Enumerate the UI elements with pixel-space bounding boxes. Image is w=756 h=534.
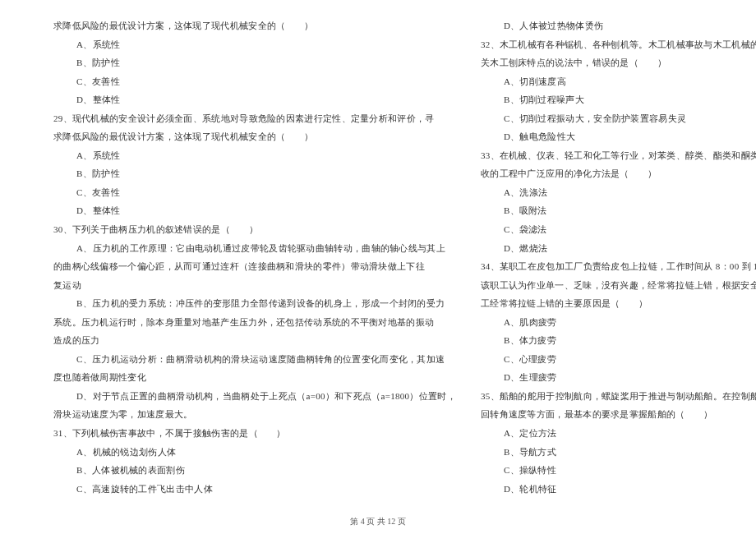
q31-option-c: C、高速旋转的工件飞出击中人体 [53,480,456,499]
q31-option-b: B、人体被机械的表面割伤 [53,461,456,480]
left-column: 求降低风险的最优设计方案，这体现了现代机械安全的（ ） A、系统性 B、防护性 … [53,16,477,501]
q33-stem-2: 收的工程中广泛应用的净化方法是（ ） [481,164,756,183]
q30-option-a-3: 复运动 [53,276,456,295]
q34-stem-3: 工经常将拉链上错的主要原因是（ ） [481,294,756,313]
q33-option-d: D、燃烧法 [481,239,756,258]
q30-option-b-1: B、压力机的受力系统：冲压件的变形阻力全部传递到设备的机身上，形成一个封闭的受力 [53,294,456,313]
q28-stem-end: 求降低风险的最优设计方案，这体现了现代机械安全的（ ） [53,16,456,35]
q29-option-c: C、友善性 [53,183,456,202]
q32-option-a: A、切削速度高 [481,72,756,91]
q30-stem: 30、下列关于曲柄压力机的叙述错误的是（ ） [53,220,456,239]
q35-option-c: C、操纵特性 [481,461,756,480]
q29-stem-1: 29、现代机械的安全设计必须全面、系统地对导致危险的因素进行定性、定量分析和评价… [53,109,456,128]
q29-option-a: A、系统性 [53,146,456,165]
q29-stem-2: 求降低风险的最优设计方案，这体现了现代机械安全的（ ） [53,127,456,146]
q30-option-b-3: 造成的压力 [53,331,456,350]
q35-stem-2: 回转角速度等方面，最基本的要求是掌握船舶的（ ） [481,405,756,424]
q32-option-b: B、切削过程噪声大 [481,90,756,109]
q31-stem: 31、下列机械伤害事故中，不属于接触伤害的是（ ） [53,424,456,443]
page-footer: 第 4 页 共 12 页 [0,516,756,527]
q34-option-a: A、肌肉疲劳 [481,313,756,332]
q31-option-d: D、人体被过热物体烫伤 [481,16,756,35]
q31-option-a: A、机械的锐边划伤人体 [53,443,456,462]
q28-option-d: D、整体性 [53,90,456,109]
q30-option-c-2: 度也随着做周期性变化 [53,368,456,387]
q34-stem-2: 该职工认为作业单一、乏味，没有兴趣，经常将拉链上错，根据安全人机工程原理，造成该… [481,276,756,295]
q32-stem-2: 关木工刨床特点的说法中，错误的是（ ） [481,53,756,72]
q29-option-b: B、防护性 [53,164,456,183]
q28-option-c: C、友善性 [53,72,456,91]
right-column: D、人体被过热物体烫伤 32、木工机械有各种锯机、各种刨机等。木工机械事故与木工… [477,16,756,501]
q30-option-d-1: D、对于节点正置的曲柄滑动机构，当曲柄处于上死点（a=00）和下死点（a=180… [53,387,456,406]
q35-option-b: B、导航方式 [481,443,756,462]
q33-stem-1: 33、在机械、仪表、轻工和化工等行业，对苯类、醇类、酯类和酮类等有机蒸汽进行净化… [481,146,756,165]
q29-option-d: D、整体性 [53,201,456,220]
q33-option-a: A、洗涤法 [481,183,756,202]
q28-option-a: A、系统性 [53,35,456,54]
q35-option-a: A、定位方法 [481,424,756,443]
q34-stem-1: 34、某职工在皮包加工厂负责给皮包上拉链，工作时间从 8：00 到 16：00，… [481,257,756,276]
q30-option-b-2: 系统。压力机运行时，除本身重量对地基产生压力外，还包括传动系统的不平衡对地基的振… [53,313,456,332]
q32-option-c: C、切削过程振动大，安全防护装置容易失灵 [481,109,756,128]
page-container: 求降低风险的最优设计方案，这体现了现代机械安全的（ ） A、系统性 B、防护性 … [0,0,756,509]
q33-option-b: B、吸附法 [481,201,756,220]
q33-option-c: C、袋滤法 [481,220,756,239]
q35-option-d: D、轮机特征 [481,480,756,499]
q28-option-b: B、防护性 [53,53,456,72]
q32-stem-1: 32、木工机械有各种锯机、各种刨机等。木工机械事故与木工机械的特点有密切关系。下… [481,35,756,54]
q30-option-c-1: C、压力机运动分析：曲柄滑动机构的滑块运动速度随曲柄转角的位置变化而变化，其加速 [53,350,456,369]
q30-option-d-2: 滑块运动速度为零，加速度最大。 [53,405,456,424]
q30-option-a-2: 的曲柄心线偏移一个偏心距，从而可通过连杆（连接曲柄和滑块的零件）带动滑块做上下往 [53,257,456,276]
q34-option-b: B、体力疲劳 [481,331,756,350]
q32-option-d: D、触电危险性大 [481,127,756,146]
q34-option-d: D、生理疲劳 [481,368,756,387]
q30-option-a-1: A、压力机的工作原理：它由电动机通过皮带轮及齿轮驱动曲轴转动，曲轴的轴心线与其上 [53,239,456,258]
q35-stem-1: 35、船舶的舵用于控制航向，螺旋桨用于推进与制动船舶。在控制船舶的航向、位置、速… [481,387,756,406]
q34-option-c: C、心理疲劳 [481,350,756,369]
